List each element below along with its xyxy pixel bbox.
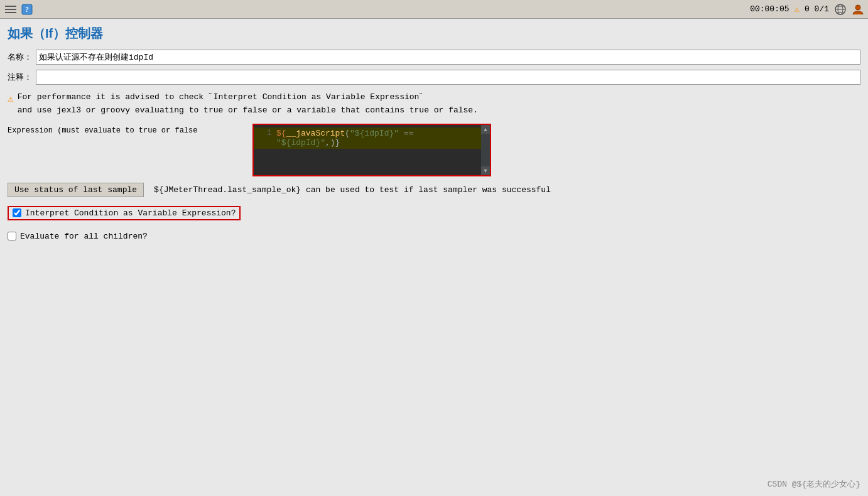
footer-watermark: CSDN @${老夫的少女心} xyxy=(768,478,860,490)
code-empty-line-2 xyxy=(254,149,481,160)
interpret-condition-label: Interpret Condition as Variable Expressi… xyxy=(25,208,236,218)
code-func: __javaScript xyxy=(286,129,345,138)
evaluate-children-checkbox[interactable] xyxy=(8,232,16,240)
use-status-button[interactable]: Use status of last sample xyxy=(8,183,144,197)
line-number-1: 1 xyxy=(256,129,271,137)
code-paren: ( xyxy=(345,129,350,138)
code-line-1: 1 ${__javaScript("${idpId}" == "${idpId}… xyxy=(254,127,481,149)
name-row: 名称： xyxy=(8,50,860,65)
list-icon[interactable] xyxy=(4,3,18,16)
evaluate-children-label: Evaluate for all children? xyxy=(20,232,148,241)
code-scrollbar: ▲ ▼ xyxy=(481,125,490,175)
code-empty-line-3 xyxy=(254,160,481,171)
name-label: 名称： xyxy=(8,51,36,63)
code-close: ,)} xyxy=(325,138,340,148)
svg-text:?: ? xyxy=(25,5,29,14)
svg-rect-0 xyxy=(5,6,16,7)
scroll-down-btn[interactable]: ▼ xyxy=(481,166,490,175)
warning-line1: For performance it is advised to check ˝… xyxy=(18,91,478,104)
code-editor-outer: 1 ${__javaScript("${idpId}" == "${idpId}… xyxy=(254,125,490,175)
interpret-condition-wrapper: Interpret Condition as Variable Expressi… xyxy=(8,206,860,225)
toolbar-left: ? xyxy=(4,3,34,16)
code-str1: "${idpId}" xyxy=(350,129,399,138)
scroll-up-btn[interactable]: ▲ xyxy=(481,125,490,134)
toolbar: ? 00:00:05 ⚠ 0 0/1 xyxy=(0,0,868,19)
main-content: 如果（If）控制器 名称： 注释： ⚠ For performance it i… xyxy=(0,19,868,252)
line-content-1: ${__javaScript("${idpId}" == "${idpId}",… xyxy=(276,129,479,148)
timer-display: 00:00:05 xyxy=(750,4,789,14)
interpret-condition-checkbox[interactable] xyxy=(13,208,21,217)
expression-label: Expression (must evaluate to true or fal… xyxy=(8,124,252,135)
comment-input[interactable] xyxy=(36,70,860,85)
help-icon[interactable]: ? xyxy=(20,3,34,16)
warning-triangle-icon: ⚠ xyxy=(8,92,14,105)
svg-rect-2 xyxy=(5,12,16,13)
use-status-hint: ${JMeterThread.last_sample_ok} can be us… xyxy=(154,185,551,195)
expression-row: Expression (must evaluate to true or fal… xyxy=(8,124,860,176)
counter-display: 0 0/1 xyxy=(805,4,829,14)
warning-icon: ⚠ xyxy=(795,4,800,14)
user-icon[interactable] xyxy=(852,3,864,16)
page-title: 如果（If）控制器 xyxy=(8,25,860,42)
globe-icon[interactable] xyxy=(834,3,847,16)
code-dollar: ${ xyxy=(276,129,286,138)
warning-block: ⚠ For performance it is advised to check… xyxy=(8,91,860,117)
comment-label: 注释： xyxy=(8,72,36,83)
warning-line2: and use jexl3 or groovy evaluating to tr… xyxy=(18,104,478,117)
interpret-condition-row: Interpret Condition as Variable Expressi… xyxy=(8,206,241,220)
code-editor[interactable]: 1 ${__javaScript("${idpId}" == "${idpId}… xyxy=(254,125,481,175)
comment-row: 注释： xyxy=(8,70,860,85)
evaluate-children-row: Evaluate for all children? xyxy=(8,232,860,241)
code-str2: "${idpId}" xyxy=(276,138,325,148)
svg-rect-1 xyxy=(5,9,16,10)
code-eq: == xyxy=(399,129,413,138)
toolbar-right: 00:00:05 ⚠ 0 0/1 xyxy=(750,3,864,16)
code-editor-wrapper: 1 ${__javaScript("${idpId}" == "${idpId}… xyxy=(252,124,491,176)
name-input[interactable] xyxy=(36,50,860,65)
svg-point-10 xyxy=(855,5,860,10)
use-status-row: Use status of last sample ${JMeterThread… xyxy=(8,183,860,197)
warning-text: For performance it is advised to check ˝… xyxy=(18,91,478,117)
